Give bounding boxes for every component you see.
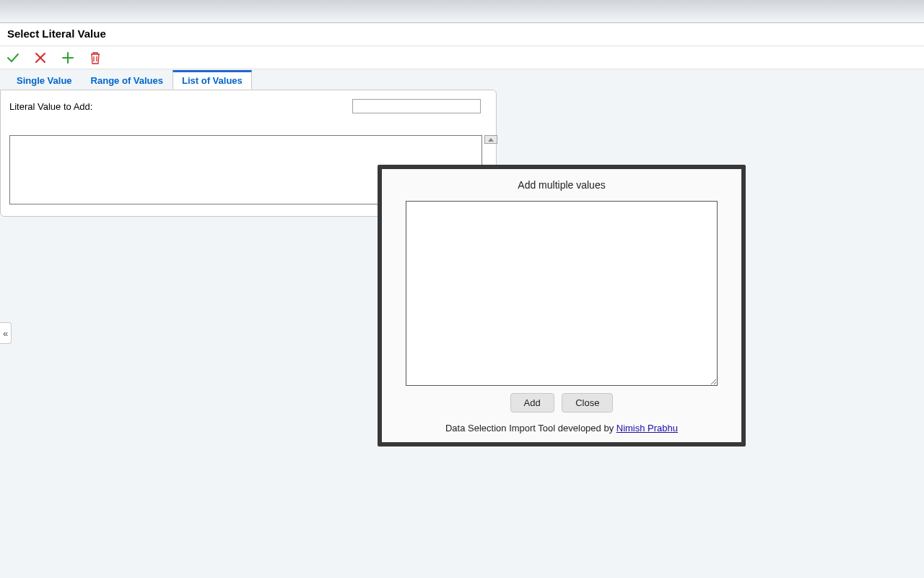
tab-label: Single Value — [17, 75, 72, 86]
tab-single-value[interactable]: Single Value — [7, 72, 82, 90]
tab-list-of-values[interactable]: List of Values — [173, 70, 252, 90]
top-bar — [0, 0, 924, 23]
add-button[interactable] — [61, 51, 75, 65]
checkmark-icon — [6, 51, 20, 65]
tab-label: List of Values — [182, 75, 243, 86]
tab-label: Range of Values — [91, 75, 163, 86]
cancel-button[interactable] — [33, 51, 48, 65]
chevron-left-icon: « — [3, 328, 8, 339]
literal-value-label: Literal Value to Add: — [9, 101, 92, 112]
tab-range-of-values[interactable]: Range of Values — [82, 72, 173, 90]
page-title-bar: Select Literal Value — [0, 23, 924, 46]
toolbar — [0, 46, 924, 69]
multiple-values-textarea[interactable] — [406, 201, 718, 386]
page-title: Select Literal Value — [7, 27, 106, 40]
collapse-sidebar-button[interactable]: « — [0, 322, 12, 344]
modal-close-button[interactable]: Close — [562, 393, 613, 413]
plus-icon — [61, 51, 75, 65]
link-text: Nimish Prabhu — [616, 423, 678, 434]
button-label: Add — [524, 397, 541, 408]
footer-text: Data Selection Import Tool developed by — [445, 423, 616, 434]
trash-icon — [90, 51, 101, 64]
modal-add-button[interactable]: Add — [510, 393, 554, 413]
developer-link[interactable]: Nimish Prabhu — [616, 423, 678, 434]
add-multiple-values-modal: Add multiple values Add Close Data Selec… — [378, 165, 746, 447]
delete-button[interactable] — [88, 51, 103, 65]
button-label: Close — [575, 397, 599, 408]
tabs: Single Value Range of Values List of Val… — [0, 69, 924, 90]
scroll-up-button[interactable] — [484, 135, 497, 144]
literal-value-row: Literal Value to Add: — [9, 99, 487, 113]
literal-value-input[interactable] — [352, 99, 481, 113]
modal-buttons: Add Close — [396, 393, 727, 413]
modal-title: Add multiple values — [396, 179, 727, 191]
modal-footer: Data Selection Import Tool developed by … — [396, 423, 727, 434]
close-icon — [33, 51, 48, 65]
ok-button[interactable] — [6, 51, 20, 65]
